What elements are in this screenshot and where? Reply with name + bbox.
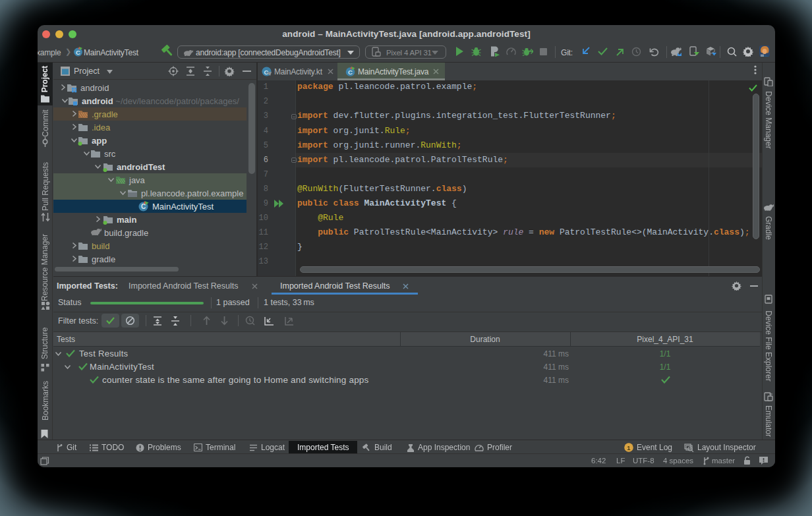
svg-text:C: C: [76, 49, 80, 56]
svg-text:1: 1: [627, 444, 631, 451]
svg-text:C: C: [141, 203, 146, 210]
svg-text:C: C: [348, 69, 353, 76]
svg-text:C: C: [264, 69, 269, 76]
